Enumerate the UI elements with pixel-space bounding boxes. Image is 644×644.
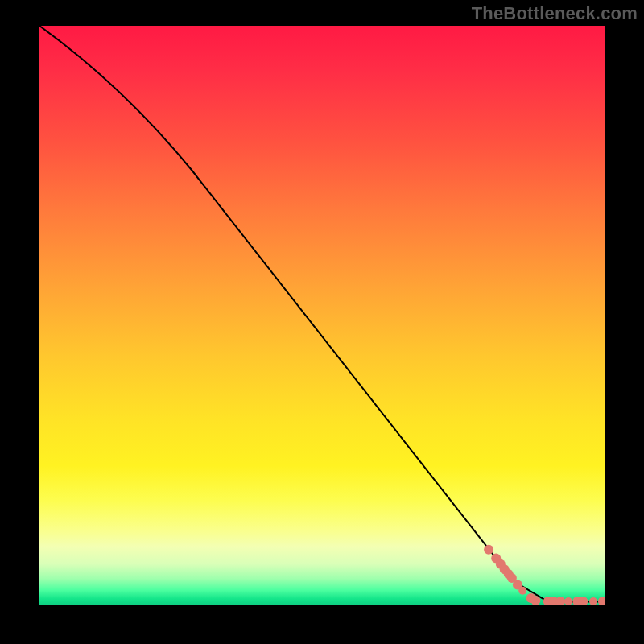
- data-marker: [555, 597, 565, 605]
- chart-frame: TheBottleneck.com: [0, 0, 644, 644]
- data-marker: [518, 587, 526, 595]
- data-marker: [484, 545, 493, 555]
- plot-area: [39, 26, 605, 605]
- curve-line: [39, 26, 605, 601]
- data-marker: [589, 597, 597, 605]
- chart-svg: [39, 26, 605, 605]
- watermark-text: TheBottleneck.com: [472, 3, 638, 24]
- marker-group: [484, 545, 605, 605]
- data-marker: [598, 597, 605, 605]
- data-marker: [564, 597, 572, 605]
